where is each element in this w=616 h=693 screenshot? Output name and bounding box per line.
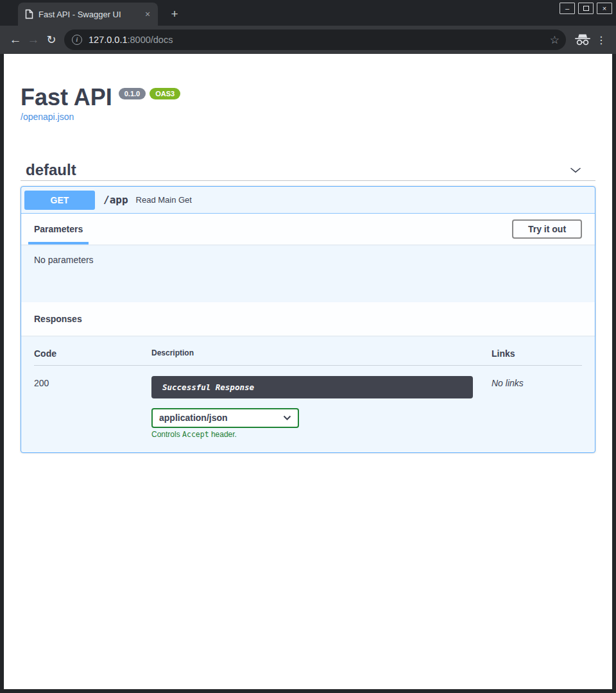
collapse-chevron-icon[interactable] (569, 163, 583, 177)
parameters-tab-label: Parameters (34, 224, 83, 234)
window-controls: – × (560, 3, 612, 14)
no-parameters-text: No parameters (34, 255, 94, 265)
maximize-button[interactable] (578, 3, 594, 14)
maximize-icon (583, 6, 589, 11)
responses-header: Responses (21, 302, 595, 336)
browser-tab-bar: Fast API - Swagger UI × + – × (0, 0, 616, 26)
document-icon (25, 9, 33, 19)
browser-tab[interactable]: Fast API - Swagger UI × (18, 3, 158, 26)
accept-note-prefix: Controls (151, 430, 182, 439)
response-links: No links (492, 376, 582, 439)
response-code: 200 (34, 376, 151, 439)
operation-path: /app (103, 194, 128, 206)
bookmark-star-icon[interactable]: ☆ (550, 33, 560, 47)
tab-parameters[interactable]: Parameters (28, 214, 89, 244)
response-description-cell: Successful Response application/json Con… (151, 376, 492, 439)
responses-body: Code Description Links 200 Successful Re… (21, 336, 595, 452)
responses-table: Code Description Links 200 Successful Re… (34, 341, 582, 439)
accept-note-suffix: header. (209, 430, 237, 439)
method-badge: GET (24, 191, 95, 210)
api-info: Fast API 0.1.0 OAS3 /openapi.json (21, 54, 595, 123)
back-button[interactable]: ← (6, 33, 24, 47)
tab-close-icon[interactable]: × (142, 10, 153, 19)
address-bar[interactable]: i 127.0.0.1:8000/docs ☆ (64, 30, 566, 50)
page-content: Fast API 0.1.0 OAS3 /openapi.json defaul… (4, 54, 612, 689)
parameters-header: Parameters Try it out (21, 214, 595, 244)
openapi-spec-link[interactable]: /openapi.json (21, 112, 74, 122)
column-header-description: Description (151, 348, 492, 359)
responses-title: Responses (34, 314, 82, 324)
reload-button[interactable]: ↻ (42, 33, 60, 47)
browser-menu-icon[interactable]: ⋮ (593, 34, 610, 46)
media-type-value: application/json (159, 413, 228, 423)
select-chevron-down-icon (283, 415, 291, 421)
new-tab-button[interactable]: + (167, 6, 182, 22)
try-it-out-button[interactable]: Try it out (512, 219, 582, 239)
column-header-code: Code (34, 348, 151, 359)
column-header-links: Links (492, 348, 582, 359)
media-type-select[interactable]: application/json (151, 408, 299, 428)
site-info-icon[interactable]: i (72, 35, 82, 45)
version-badge: 0.1.0 (119, 88, 146, 99)
tag-name: default (26, 162, 76, 178)
api-title-row: Fast API 0.1.0 OAS3 (21, 86, 595, 109)
minimize-button[interactable]: – (560, 3, 575, 14)
accept-note-code: Accept (182, 430, 209, 439)
badges: 0.1.0 OAS3 (119, 88, 180, 99)
url-path: :8000/docs (127, 35, 173, 45)
tag-section-header[interactable]: default (21, 160, 595, 181)
url-host: 127.0.0.1 (89, 35, 127, 45)
accept-header-note: Controls Accept header. (151, 430, 492, 439)
incognito-icon[interactable] (575, 34, 590, 46)
operation-summary[interactable]: GET /app Read Main Get (21, 187, 595, 214)
oas3-badge: OAS3 (150, 88, 180, 99)
parameters-body: No parameters (21, 244, 595, 302)
responses-table-header: Code Description Links (34, 341, 582, 366)
browser-toolbar: ← → ↻ i 127.0.0.1:8000/docs ☆ ⋮ (0, 26, 616, 54)
media-type-row: application/json Controls Accept header. (151, 408, 492, 439)
tab-title: Fast API - Swagger UI (38, 10, 137, 19)
operation-description: Read Main Get (136, 195, 192, 205)
url-text: 127.0.0.1:8000/docs (89, 35, 173, 45)
forward-button[interactable]: → (24, 33, 42, 47)
response-description-box: Successful Response (151, 376, 473, 398)
close-button[interactable]: × (597, 3, 612, 14)
page-title: Fast API (21, 86, 112, 109)
opblock-get-app: GET /app Read Main Get Parameters Try it… (21, 186, 595, 453)
response-row-200: 200 Successful Response application/json (34, 366, 582, 439)
